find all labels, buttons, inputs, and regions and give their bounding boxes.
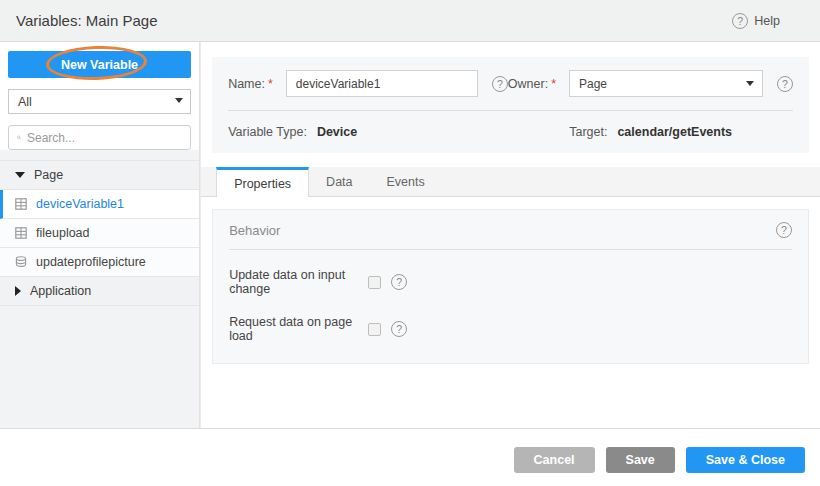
- variables-tree: Page deviceVariable1: [0, 160, 199, 306]
- save-and-close-button[interactable]: Save & Close: [686, 447, 805, 473]
- required-marker: *: [268, 77, 273, 91]
- save-button[interactable]: Save: [606, 447, 675, 473]
- tree-item-label: fileupload: [36, 226, 90, 240]
- tree-group-page[interactable]: Page: [0, 161, 199, 190]
- name-help-icon[interactable]: [492, 76, 508, 92]
- target-label: Target:: [569, 125, 607, 139]
- option-update-on-input-change: Update data on input change: [229, 268, 792, 296]
- cancel-button[interactable]: Cancel: [514, 447, 595, 473]
- update-on-input-change-checkbox[interactable]: [368, 276, 381, 289]
- help-button[interactable]: Help: [732, 13, 780, 29]
- search-box[interactable]: [8, 125, 191, 150]
- chevron-down-icon: [175, 98, 183, 103]
- variable-detail-panel: Name: * Owner: * Page: [201, 42, 820, 428]
- device-variable-icon: [15, 227, 27, 239]
- behavior-section: Behavior Update data on input change Req…: [212, 209, 809, 364]
- option-request-on-page-load: Request data on page load: [229, 315, 792, 343]
- variable-type-value: Device: [317, 125, 357, 139]
- tree-item-label: updateprofilepicture: [36, 255, 146, 269]
- option-label: Update data on input change: [229, 268, 368, 296]
- dialog-body: New Variable All Page: [0, 42, 820, 428]
- behavior-title: Behavior: [229, 223, 280, 238]
- option-label: Request data on page load: [229, 315, 368, 343]
- tab-properties[interactable]: Properties: [216, 167, 309, 197]
- search-icon: [17, 131, 21, 144]
- tree-group-label: Application: [30, 284, 91, 298]
- chevron-down-icon: [746, 81, 754, 86]
- tree-group-application[interactable]: Application: [0, 277, 199, 306]
- option-help-icon[interactable]: [391, 274, 407, 290]
- tab-events[interactable]: Events: [370, 167, 442, 196]
- tree-item-devicevariable1[interactable]: deviceVariable1: [0, 190, 199, 219]
- owner-selected-value: Page: [579, 77, 607, 91]
- caret-down-icon: [15, 172, 25, 178]
- request-on-page-load-checkbox[interactable]: [368, 323, 381, 336]
- variable-name-input[interactable]: [286, 70, 478, 97]
- owner-select[interactable]: Page: [569, 70, 763, 97]
- new-variable-button[interactable]: New Variable: [8, 51, 191, 78]
- behavior-help-icon[interactable]: [776, 222, 792, 238]
- page-title: Variables: Main Page: [16, 12, 157, 29]
- caret-right-icon: [15, 286, 21, 296]
- owner-label: Owner:: [508, 77, 548, 91]
- sidebar-controls: New Variable All: [0, 42, 199, 150]
- option-help-icon[interactable]: [391, 321, 407, 337]
- name-owner-row: Name: * Owner: * Page: [228, 70, 793, 97]
- required-marker: *: [551, 77, 556, 91]
- dialog-footer: Cancel Save Save & Close: [0, 428, 820, 486]
- owner-help-icon[interactable]: [777, 76, 793, 92]
- variable-filter-select[interactable]: All: [8, 89, 191, 114]
- tree-item-updateprofilepicture[interactable]: updateprofilepicture: [0, 248, 199, 277]
- detail-tabbar: Properties Data Events: [201, 167, 820, 197]
- type-target-row: Variable Type: Device Target: calendar/g…: [228, 125, 793, 139]
- variable-summary-panel: Name: * Owner: * Page: [212, 57, 809, 153]
- help-question-icon: [732, 13, 748, 29]
- tree-item-label: deviceVariable1: [36, 197, 124, 211]
- service-variable-icon: [15, 256, 27, 268]
- variable-type-label: Variable Type:: [228, 125, 307, 139]
- variables-sidebar: New Variable All Page: [0, 42, 200, 428]
- dialog-header: Variables: Main Page Help: [0, 0, 820, 42]
- variable-filter-value: All: [8, 89, 191, 114]
- target-value: calendar/getEvents: [617, 125, 732, 139]
- form-divider: [228, 110, 793, 111]
- tree-item-fileupload[interactable]: fileupload: [0, 219, 199, 248]
- search-input[interactable]: [27, 131, 182, 145]
- help-label: Help: [754, 14, 780, 28]
- variables-dialog: Variables: Main Page Help New Variable A…: [0, 0, 820, 486]
- device-variable-icon: [15, 198, 27, 210]
- tree-group-label: Page: [34, 168, 63, 182]
- behavior-divider: [229, 249, 792, 250]
- tab-data[interactable]: Data: [309, 167, 369, 196]
- name-label: Name:: [228, 77, 265, 91]
